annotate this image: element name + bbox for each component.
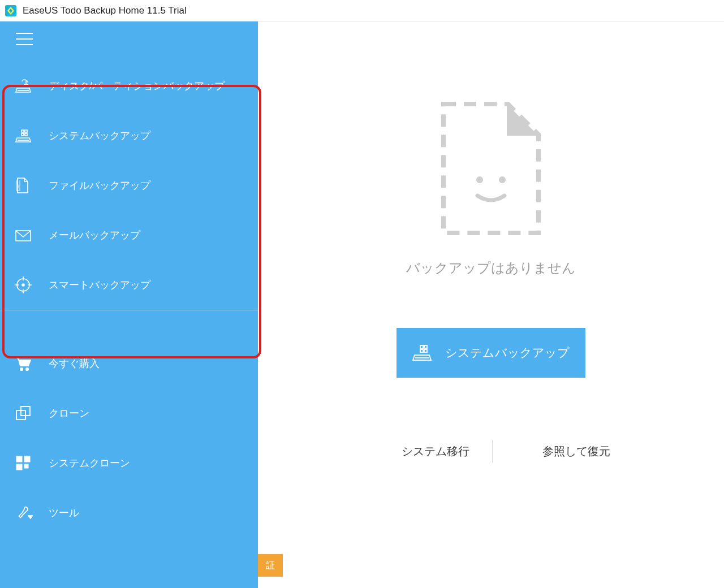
svg-rect-29 <box>373 443 386 452</box>
separator <box>492 440 493 462</box>
sidebar-item-label: ツール <box>49 506 79 520</box>
action-label: 参照して復元 <box>542 444 610 459</box>
svg-rect-21 <box>24 464 28 468</box>
svg-rect-26 <box>424 345 427 348</box>
sidebar-item-system-clone[interactable]: システムクローン <box>0 438 258 488</box>
app-title: EaseUS Todo Backup Home 11.5 Trial <box>23 5 187 16</box>
backup-menu-group: ディスク/パーティションバックアップ システムバックアップ <box>0 61 258 310</box>
browse-restore-link[interactable]: 参照して復元 <box>515 443 610 459</box>
tiles-icon <box>14 453 33 473</box>
empty-state-illustration <box>440 101 542 236</box>
sidebar-item-tools[interactable]: ツール <box>0 488 258 538</box>
sidebar-item-disk-backup[interactable]: ディスク/パーティションバックアップ <box>0 61 258 111</box>
svg-rect-3 <box>21 130 24 132</box>
sidebar-item-label: ファイルバックアップ <box>49 179 150 192</box>
hamburger-menu-button[interactable] <box>16 33 33 45</box>
target-icon <box>14 275 33 295</box>
app-logo-icon <box>5 5 17 17</box>
sidebar-item-mail-backup[interactable]: メールバックアップ <box>0 210 258 260</box>
action-label: システム移行 <box>402 444 469 459</box>
titlebar: EaseUS Todo Backup Home 11.5 Trial <box>0 0 724 21</box>
bottom-actions: システム移行 参照して復元 <box>372 440 610 462</box>
svg-rect-6 <box>25 133 27 136</box>
folder-open-icon <box>515 443 535 459</box>
cart-icon <box>14 354 33 373</box>
sidebar-item-system-backup[interactable]: システムバックアップ <box>0 111 258 161</box>
empty-state-message: バックアップはありません <box>406 259 576 277</box>
disk-icon <box>14 76 33 96</box>
banner-text: 証 <box>266 560 275 572</box>
svg-rect-5 <box>21 133 24 136</box>
secondary-menu-group: 今すぐ購入 クローン <box>0 339 258 538</box>
sidebar-item-buy-now[interactable]: 今すぐ購入 <box>0 339 258 388</box>
sidebar-item-label: 今すぐ購入 <box>49 357 100 370</box>
sidebar-item-smart-backup[interactable]: スマートバックアップ <box>0 260 258 310</box>
svg-rect-25 <box>420 345 423 348</box>
system-disk-icon <box>14 126 33 145</box>
system-disk-icon <box>412 344 432 362</box>
activation-banner[interactable]: 証 <box>258 554 283 577</box>
file-icon <box>14 176 33 195</box>
svg-rect-20 <box>16 464 22 470</box>
sidebar-item-label: システムクローン <box>49 456 130 470</box>
sidebar-divider <box>0 310 258 310</box>
svg-rect-28 <box>424 349 427 352</box>
sidebar-item-file-backup[interactable]: ファイルバックアップ <box>0 161 258 210</box>
sidebar-item-label: クローン <box>49 407 89 420</box>
system-backup-button[interactable]: システムバックアップ <box>397 328 585 378</box>
wrench-icon <box>14 503 33 522</box>
system-migrate-link[interactable]: システム移行 <box>372 442 469 460</box>
sidebar-item-label: スマートバックアップ <box>49 278 150 292</box>
main-content: バックアップはありません システムバックアップ <box>258 21 724 588</box>
svg-rect-4 <box>25 130 27 132</box>
mail-icon <box>14 226 33 245</box>
sidebar-item-label: システムバックアップ <box>49 129 150 142</box>
migrate-icon <box>372 442 394 460</box>
sidebar-item-label: ディスク/パーティションバックアップ <box>49 79 225 93</box>
clone-icon <box>14 404 33 423</box>
sidebar: ディスク/パーティションバックアップ システムバックアップ <box>0 21 258 588</box>
svg-rect-18 <box>16 456 22 462</box>
svg-rect-19 <box>24 456 30 462</box>
svg-point-23 <box>499 176 506 183</box>
sidebar-item-label: メールバックアップ <box>49 228 140 242</box>
svg-point-14 <box>20 368 23 370</box>
sidebar-item-clone[interactable]: クローン <box>0 388 258 438</box>
svg-point-9 <box>22 284 24 286</box>
button-label: システムバックアップ <box>445 345 570 361</box>
svg-point-22 <box>476 176 483 183</box>
svg-point-15 <box>26 368 28 370</box>
svg-rect-27 <box>420 349 423 352</box>
